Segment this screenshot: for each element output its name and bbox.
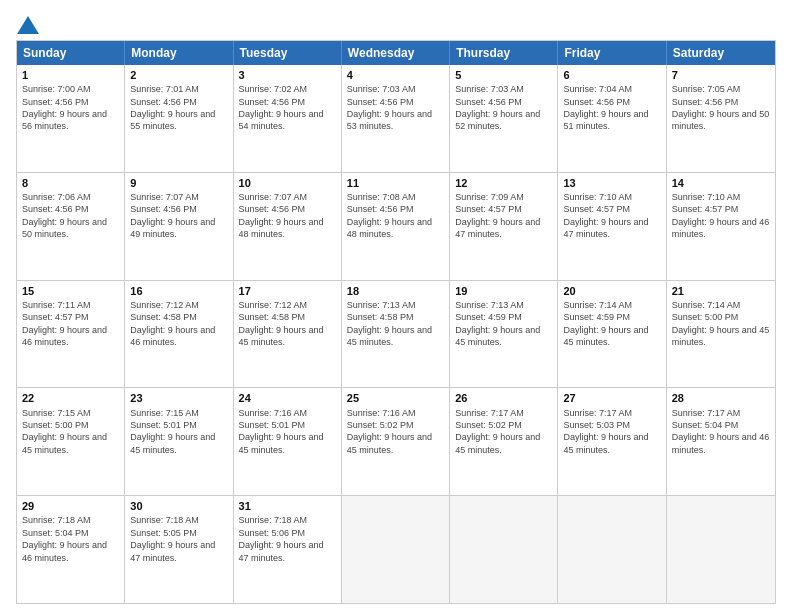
- day-cell-3: 3Sunrise: 7:02 AMSunset: 4:56 PMDaylight…: [234, 65, 342, 172]
- sunrise-info: Sunrise: 7:01 AMSunset: 4:56 PMDaylight:…: [130, 84, 215, 131]
- day-number: 23: [130, 391, 227, 405]
- week-row-1: 1Sunrise: 7:00 AMSunset: 4:56 PMDaylight…: [17, 65, 775, 172]
- day-cell-4: 4Sunrise: 7:03 AMSunset: 4:56 PMDaylight…: [342, 65, 450, 172]
- day-number: 15: [22, 284, 119, 298]
- day-number: 8: [22, 176, 119, 190]
- sunrise-info: Sunrise: 7:10 AMSunset: 4:57 PMDaylight:…: [672, 192, 770, 239]
- day-number: 18: [347, 284, 444, 298]
- week-row-5: 29Sunrise: 7:18 AMSunset: 5:04 PMDayligh…: [17, 495, 775, 603]
- day-cell-15: 15Sunrise: 7:11 AMSunset: 4:57 PMDayligh…: [17, 281, 125, 388]
- sunrise-info: Sunrise: 7:03 AMSunset: 4:56 PMDaylight:…: [347, 84, 432, 131]
- day-cell-31: 31Sunrise: 7:18 AMSunset: 5:06 PMDayligh…: [234, 496, 342, 603]
- day-number: 14: [672, 176, 770, 190]
- day-number: 7: [672, 68, 770, 82]
- calendar-body: 1Sunrise: 7:00 AMSunset: 4:56 PMDaylight…: [17, 65, 775, 603]
- day-number: 16: [130, 284, 227, 298]
- sunrise-info: Sunrise: 7:14 AMSunset: 5:00 PMDaylight:…: [672, 300, 770, 347]
- day-number: 13: [563, 176, 660, 190]
- day-number: 4: [347, 68, 444, 82]
- weekday-header-monday: Monday: [125, 41, 233, 65]
- day-number: 22: [22, 391, 119, 405]
- day-cell-6: 6Sunrise: 7:04 AMSunset: 4:56 PMDaylight…: [558, 65, 666, 172]
- calendar-header: SundayMondayTuesdayWednesdayThursdayFrid…: [17, 41, 775, 65]
- day-cell-23: 23Sunrise: 7:15 AMSunset: 5:01 PMDayligh…: [125, 388, 233, 495]
- day-number: 6: [563, 68, 660, 82]
- sunrise-info: Sunrise: 7:02 AMSunset: 4:56 PMDaylight:…: [239, 84, 324, 131]
- day-number: 19: [455, 284, 552, 298]
- weekday-header-thursday: Thursday: [450, 41, 558, 65]
- day-number: 24: [239, 391, 336, 405]
- logo-icon: [17, 16, 39, 34]
- empty-cell: [342, 496, 450, 603]
- day-cell-25: 25Sunrise: 7:16 AMSunset: 5:02 PMDayligh…: [342, 388, 450, 495]
- day-number: 11: [347, 176, 444, 190]
- sunrise-info: Sunrise: 7:15 AMSunset: 5:00 PMDaylight:…: [22, 408, 107, 455]
- empty-cell: [450, 496, 558, 603]
- day-number: 10: [239, 176, 336, 190]
- day-cell-5: 5Sunrise: 7:03 AMSunset: 4:56 PMDaylight…: [450, 65, 558, 172]
- day-number: 30: [130, 499, 227, 513]
- day-number: 3: [239, 68, 336, 82]
- sunrise-info: Sunrise: 7:06 AMSunset: 4:56 PMDaylight:…: [22, 192, 107, 239]
- day-number: 2: [130, 68, 227, 82]
- day-cell-29: 29Sunrise: 7:18 AMSunset: 5:04 PMDayligh…: [17, 496, 125, 603]
- sunrise-info: Sunrise: 7:14 AMSunset: 4:59 PMDaylight:…: [563, 300, 648, 347]
- day-number: 20: [563, 284, 660, 298]
- sunrise-info: Sunrise: 7:11 AMSunset: 4:57 PMDaylight:…: [22, 300, 107, 347]
- day-cell-11: 11Sunrise: 7:08 AMSunset: 4:56 PMDayligh…: [342, 173, 450, 280]
- day-number: 26: [455, 391, 552, 405]
- sunrise-info: Sunrise: 7:12 AMSunset: 4:58 PMDaylight:…: [239, 300, 324, 347]
- sunrise-info: Sunrise: 7:16 AMSunset: 5:01 PMDaylight:…: [239, 408, 324, 455]
- day-cell-1: 1Sunrise: 7:00 AMSunset: 4:56 PMDaylight…: [17, 65, 125, 172]
- calendar: SundayMondayTuesdayWednesdayThursdayFrid…: [16, 40, 776, 604]
- day-cell-16: 16Sunrise: 7:12 AMSunset: 4:58 PMDayligh…: [125, 281, 233, 388]
- week-row-2: 8Sunrise: 7:06 AMSunset: 4:56 PMDaylight…: [17, 172, 775, 280]
- sunrise-info: Sunrise: 7:00 AMSunset: 4:56 PMDaylight:…: [22, 84, 107, 131]
- weekday-header-tuesday: Tuesday: [234, 41, 342, 65]
- sunrise-info: Sunrise: 7:18 AMSunset: 5:04 PMDaylight:…: [22, 515, 107, 562]
- sunrise-info: Sunrise: 7:18 AMSunset: 5:05 PMDaylight:…: [130, 515, 215, 562]
- day-number: 29: [22, 499, 119, 513]
- sunrise-info: Sunrise: 7:16 AMSunset: 5:02 PMDaylight:…: [347, 408, 432, 455]
- day-number: 12: [455, 176, 552, 190]
- sunrise-info: Sunrise: 7:17 AMSunset: 5:04 PMDaylight:…: [672, 408, 770, 455]
- day-cell-30: 30Sunrise: 7:18 AMSunset: 5:05 PMDayligh…: [125, 496, 233, 603]
- day-cell-22: 22Sunrise: 7:15 AMSunset: 5:00 PMDayligh…: [17, 388, 125, 495]
- empty-cell: [667, 496, 775, 603]
- day-cell-8: 8Sunrise: 7:06 AMSunset: 4:56 PMDaylight…: [17, 173, 125, 280]
- empty-cell: [558, 496, 666, 603]
- day-number: 1: [22, 68, 119, 82]
- week-row-4: 22Sunrise: 7:15 AMSunset: 5:00 PMDayligh…: [17, 387, 775, 495]
- day-number: 17: [239, 284, 336, 298]
- sunrise-info: Sunrise: 7:17 AMSunset: 5:03 PMDaylight:…: [563, 408, 648, 455]
- day-cell-18: 18Sunrise: 7:13 AMSunset: 4:58 PMDayligh…: [342, 281, 450, 388]
- day-cell-12: 12Sunrise: 7:09 AMSunset: 4:57 PMDayligh…: [450, 173, 558, 280]
- day-cell-26: 26Sunrise: 7:17 AMSunset: 5:02 PMDayligh…: [450, 388, 558, 495]
- sunrise-info: Sunrise: 7:07 AMSunset: 4:56 PMDaylight:…: [130, 192, 215, 239]
- page-header: [16, 16, 776, 30]
- day-cell-27: 27Sunrise: 7:17 AMSunset: 5:03 PMDayligh…: [558, 388, 666, 495]
- sunrise-info: Sunrise: 7:05 AMSunset: 4:56 PMDaylight:…: [672, 84, 770, 131]
- day-cell-19: 19Sunrise: 7:13 AMSunset: 4:59 PMDayligh…: [450, 281, 558, 388]
- day-cell-13: 13Sunrise: 7:10 AMSunset: 4:57 PMDayligh…: [558, 173, 666, 280]
- week-row-3: 15Sunrise: 7:11 AMSunset: 4:57 PMDayligh…: [17, 280, 775, 388]
- sunrise-info: Sunrise: 7:04 AMSunset: 4:56 PMDaylight:…: [563, 84, 648, 131]
- weekday-header-friday: Friday: [558, 41, 666, 65]
- sunrise-info: Sunrise: 7:15 AMSunset: 5:01 PMDaylight:…: [130, 408, 215, 455]
- sunrise-info: Sunrise: 7:13 AMSunset: 4:58 PMDaylight:…: [347, 300, 432, 347]
- svg-marker-0: [17, 16, 39, 34]
- sunrise-info: Sunrise: 7:17 AMSunset: 5:02 PMDaylight:…: [455, 408, 540, 455]
- sunrise-info: Sunrise: 7:18 AMSunset: 5:06 PMDaylight:…: [239, 515, 324, 562]
- weekday-header-wednesday: Wednesday: [342, 41, 450, 65]
- day-cell-10: 10Sunrise: 7:07 AMSunset: 4:56 PMDayligh…: [234, 173, 342, 280]
- sunrise-info: Sunrise: 7:07 AMSunset: 4:56 PMDaylight:…: [239, 192, 324, 239]
- day-number: 25: [347, 391, 444, 405]
- day-cell-28: 28Sunrise: 7:17 AMSunset: 5:04 PMDayligh…: [667, 388, 775, 495]
- day-cell-7: 7Sunrise: 7:05 AMSunset: 4:56 PMDaylight…: [667, 65, 775, 172]
- sunrise-info: Sunrise: 7:09 AMSunset: 4:57 PMDaylight:…: [455, 192, 540, 239]
- day-number: 28: [672, 391, 770, 405]
- day-number: 5: [455, 68, 552, 82]
- sunrise-info: Sunrise: 7:08 AMSunset: 4:56 PMDaylight:…: [347, 192, 432, 239]
- day-cell-24: 24Sunrise: 7:16 AMSunset: 5:01 PMDayligh…: [234, 388, 342, 495]
- sunrise-info: Sunrise: 7:12 AMSunset: 4:58 PMDaylight:…: [130, 300, 215, 347]
